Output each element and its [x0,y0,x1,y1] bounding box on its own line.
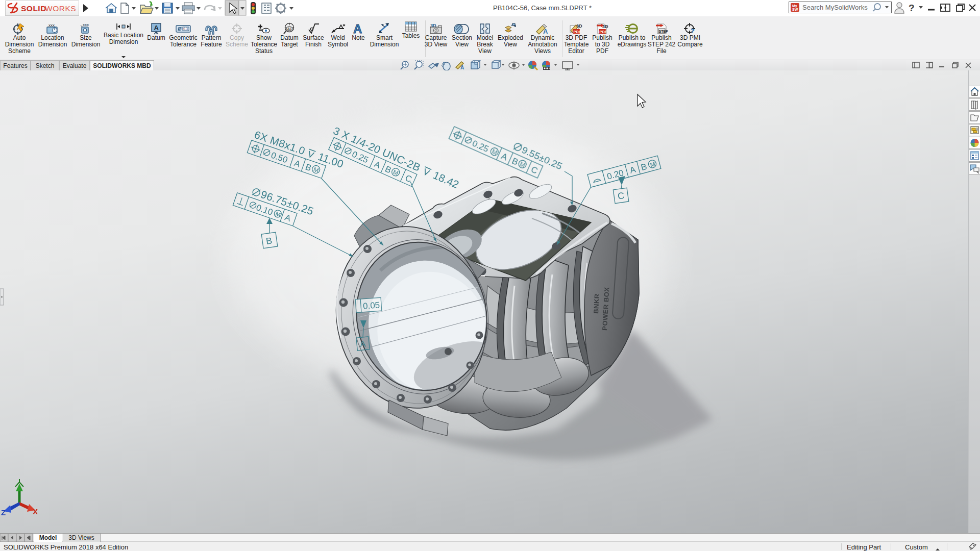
svg-text:PDF: PDF [600,30,607,34]
svg-text:Search MySolidWorks: Search MySolidWorks [802,4,868,11]
svg-text:WORKS: WORKS [45,4,76,13]
svg-text:A: A [460,65,464,70]
svg-text:A1: A1 [287,27,292,31]
svg-text:3D: 3D [576,23,582,29]
svg-text:A: A [154,24,159,32]
svg-text:0.3: 0.3 [183,27,188,31]
svg-text:A: A [353,22,362,35]
svg-text:A: A [543,28,548,35]
svg-text:STEP: STEP [659,30,669,33]
svg-text:xxx: xxx [83,22,89,27]
svg-text:3D: 3D [602,24,608,29]
svg-text:?: ? [691,27,695,35]
svg-text:PDF: PDF [574,30,581,34]
svg-text:?: ? [909,3,915,13]
svg-text:SW: SW [792,8,798,11]
svg-text:SOLID: SOLID [21,4,46,13]
